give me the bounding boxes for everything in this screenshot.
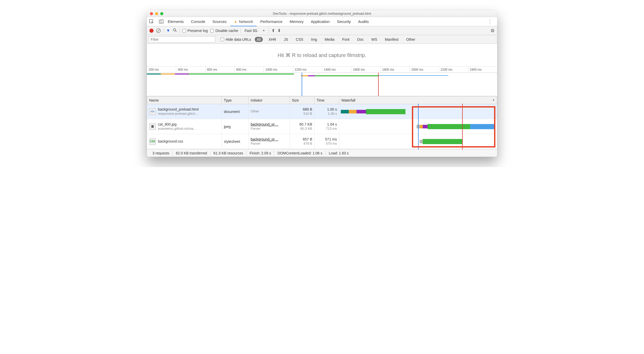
overview-lanes bbox=[147, 73, 497, 96]
window-title: DevTools - responsive-preload.glitch.me/… bbox=[147, 12, 497, 15]
col-type[interactable]: Type bbox=[222, 96, 249, 104]
svg-rect-2 bbox=[161, 20, 163, 23]
col-time[interactable]: Time bbox=[315, 96, 339, 104]
filter-type-font[interactable]: Font bbox=[340, 37, 352, 42]
filter-type-all[interactable]: All bbox=[255, 37, 263, 42]
requests-table: Name Type Initiator Size Time Waterfall▲… bbox=[147, 96, 497, 149]
status-requests: 3 requests bbox=[149, 151, 173, 155]
waterfall-cell bbox=[339, 134, 497, 149]
record-button[interactable] bbox=[149, 29, 154, 33]
filter-type-xhr[interactable]: XHR bbox=[266, 37, 278, 42]
device-toolbar-icon[interactable] bbox=[159, 19, 164, 24]
throttling-select[interactable]: Fast 3G ▼ bbox=[243, 29, 266, 33]
settings-icon[interactable]: ⚙ bbox=[490, 28, 495, 34]
chevron-down-icon: ▼ bbox=[262, 29, 265, 32]
filter-type-manifest[interactable]: Manifest bbox=[383, 37, 401, 42]
filter-type-other[interactable]: Other bbox=[404, 37, 417, 42]
clear-button[interactable] bbox=[156, 28, 161, 33]
table-header-row: Name Type Initiator Size Time Waterfall▲ bbox=[147, 96, 497, 104]
warning-icon: ▲ bbox=[234, 19, 238, 23]
download-har-icon[interactable]: ⬇ bbox=[277, 28, 281, 33]
status-finish: Finish: 2.09 s bbox=[247, 151, 274, 155]
css-file-icon: CSS bbox=[149, 138, 156, 145]
status-load: Load: 1.63 s bbox=[326, 151, 352, 155]
svg-rect-0 bbox=[149, 20, 153, 23]
devtools-window: DevTools - responsive-preload.glitch.me/… bbox=[147, 10, 497, 157]
table-row[interactable]: 🖼 cat_800.jpgyoavweiss.github.io/ima… jp… bbox=[147, 119, 497, 134]
main-tab-bar: Elements Console Sources ▲ Network Perfo… bbox=[147, 17, 497, 26]
table-row[interactable]: </> background_preload.htmlresponsive-pr… bbox=[147, 104, 497, 119]
svg-point-3 bbox=[173, 29, 176, 31]
titlebar: DevTools - responsive-preload.glitch.me/… bbox=[147, 10, 497, 17]
filter-type-doc[interactable]: Doc bbox=[355, 37, 366, 42]
filter-type-css[interactable]: CSS bbox=[294, 37, 305, 42]
tab-elements[interactable]: Elements bbox=[164, 17, 188, 26]
search-icon[interactable] bbox=[173, 28, 177, 33]
tab-network[interactable]: ▲ Network bbox=[230, 17, 257, 26]
tab-audits[interactable]: Audits bbox=[354, 17, 372, 26]
col-name[interactable]: Name bbox=[147, 96, 222, 104]
sort-indicator-icon: ▲ bbox=[492, 98, 495, 101]
table-row[interactable]: CSS background.css stylesheet background… bbox=[147, 134, 497, 149]
filter-icon[interactable]: ▼ bbox=[166, 28, 170, 33]
filter-type-js[interactable]: JS bbox=[282, 37, 290, 42]
filter-bar: Hide data URLs All XHR JS CSS Img Media … bbox=[147, 35, 497, 44]
tab-console[interactable]: Console bbox=[188, 17, 209, 26]
preserve-log-checkbox[interactable]: Preserve log bbox=[182, 29, 208, 33]
tab-memory[interactable]: Memory bbox=[286, 17, 307, 26]
tab-sources[interactable]: Sources bbox=[209, 17, 230, 26]
col-initiator[interactable]: Initiator bbox=[249, 96, 290, 104]
overview-panel[interactable]: 200 ms 400 ms 600 ms 800 ms 1000 ms 1200… bbox=[147, 67, 497, 96]
upload-har-icon[interactable]: ⬆ bbox=[272, 28, 275, 33]
filter-type-img[interactable]: Img bbox=[309, 37, 319, 42]
tab-performance[interactable]: Performance bbox=[257, 17, 286, 26]
filmstrip-hint: Hit ⌘ R to reload and capture filmstrip. bbox=[147, 44, 497, 67]
status-domcontentloaded: DOMContentLoaded: 1.06 s bbox=[274, 151, 326, 155]
network-toolbar: ▼ Preserve log Disable cache Fast 3G ▼ ⬆… bbox=[147, 26, 497, 35]
tab-security[interactable]: Security bbox=[333, 17, 354, 26]
status-transferred: 62.0 KB transferred bbox=[173, 151, 210, 155]
image-file-icon: 🖼 bbox=[149, 123, 156, 130]
time-ruler: 200 ms 400 ms 600 ms 800 ms 1000 ms 1200… bbox=[147, 67, 497, 73]
filter-type-media[interactable]: Media bbox=[323, 37, 336, 42]
html-file-icon: </> bbox=[149, 108, 156, 115]
status-resources: 61.3 KB resources bbox=[210, 151, 247, 155]
disable-cache-checkbox[interactable]: Disable cache bbox=[210, 29, 238, 33]
inspect-icon[interactable] bbox=[149, 19, 154, 24]
filter-type-ws[interactable]: WS bbox=[369, 37, 379, 42]
tab-application[interactable]: Application bbox=[307, 17, 333, 26]
svg-line-4 bbox=[175, 31, 176, 32]
status-bar: 3 requests 62.0 KB transferred 61.3 KB r… bbox=[147, 149, 497, 157]
hide-data-urls-checkbox[interactable]: Hide data URLs bbox=[221, 37, 251, 42]
more-menu-icon[interactable]: ⋮ bbox=[485, 19, 495, 25]
filter-input[interactable] bbox=[148, 36, 215, 43]
col-size[interactable]: Size bbox=[290, 96, 315, 104]
col-waterfall[interactable]: Waterfall▲ bbox=[339, 96, 497, 104]
